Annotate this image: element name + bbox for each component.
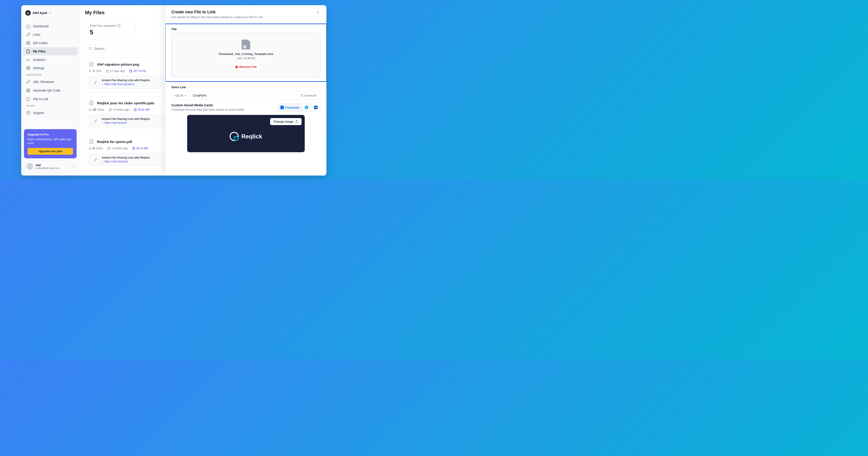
change-image-button[interactable]: Change Image [270, 118, 302, 125]
domain-value: rqk.sh [175, 94, 183, 97]
upgrade-button[interactable]: Upgrade your plan [28, 148, 73, 155]
up-down-icon: ▴▾ [73, 165, 74, 169]
calendar-icon [106, 70, 109, 73]
sidebar-item-label: My Files [33, 50, 45, 53]
file-name: Afef signature picture.png [97, 62, 139, 66]
share-link[interactable]: ↳https://rqk.sh/sport [102, 121, 150, 124]
svg-rect-9 [29, 91, 29, 91]
chevron-down-icon: ▾ [50, 12, 51, 14]
file-field-label: File [172, 27, 320, 31]
sidebar-item-my-files[interactable]: My Files [23, 47, 78, 55]
sidebar-section-other: OTHER [23, 103, 78, 109]
account-name: Afef [35, 164, 71, 167]
file-name: Reqlick for sports.pdf [97, 140, 132, 144]
link-icon [92, 79, 99, 86]
twitter-icon: 𝕏 [305, 106, 308, 109]
brand-name: Reqlick [241, 133, 262, 140]
sidebar-item-links[interactable]: Links [23, 31, 78, 39]
stat-label: Total Files uploaded [90, 24, 116, 27]
link-icon [92, 156, 99, 163]
brand-logo: Reqlick [230, 132, 262, 141]
sidebar-item-support[interactable]: Support [23, 109, 78, 117]
close-icon [316, 10, 320, 15]
svg-point-15 [130, 70, 132, 70]
generate-label: Generate [305, 94, 317, 97]
create-file-link-drawer: Create new File to Link Get started by f… [165, 5, 327, 175]
remove-icon: ✕ [235, 65, 238, 68]
social-preview-card: Change Image Reqlick [187, 115, 305, 152]
sidebar-item-label: URL Shortener [33, 80, 54, 84]
sidebar-item-label: Analytics [33, 58, 46, 61]
svg-point-13 [89, 47, 91, 50]
sidebar-item-label: Links [33, 33, 40, 36]
link-icon [92, 118, 99, 124]
uploaded-file-size: Size: 33.99 KB [176, 57, 315, 60]
shortlink-label: Short Link [171, 85, 320, 89]
file-age: 3 months ago [107, 147, 128, 150]
file-dropzone[interactable]: 🔗 Timecloud_Job_Costing_Template.xlsx Si… [172, 33, 320, 77]
file-clicks: 6Clicks [89, 147, 103, 150]
file-upload-section: File 🔗 Timecloud_Job_Costing_Template.xl… [165, 24, 327, 82]
account-switcher[interactable]: Afef contact@afef-ayed.com ▴▾ [24, 161, 76, 172]
remove-file-button[interactable]: ✕ Remove File [232, 63, 260, 70]
tab-twitter[interactable]: 𝕏 [302, 104, 311, 111]
brand-mark-icon [230, 132, 239, 141]
slug-input[interactable] [190, 91, 296, 99]
svg-rect-6 [27, 89, 28, 90]
svg-point-19 [133, 147, 135, 148]
chevron-down-icon: ▾ [185, 94, 186, 97]
svg-point-5 [28, 68, 29, 69]
link-icon [26, 33, 30, 37]
domain-select[interactable]: rqk.sh ▾ [172, 91, 190, 99]
share-link[interactable]: ↳https://rqk.sh/a-signature [102, 83, 150, 86]
database-icon [132, 147, 135, 150]
svg-rect-4 [29, 44, 30, 45]
svg-rect-16 [109, 109, 112, 111]
share-title: Instant File Sharing Link with Reqlick [102, 79, 150, 82]
svg-point-17 [134, 109, 136, 109]
sidebar-item-file-to-link[interactable]: File to Link [23, 95, 78, 103]
sidebar-item-url-shortener[interactable]: URL Shortener [23, 78, 78, 86]
share-link[interactable]: ↳https://rqk.sh/sports [102, 160, 150, 163]
social-cards-title: Custom Social Media Cards [171, 103, 244, 107]
close-button[interactable] [315, 10, 320, 15]
home-icon [26, 24, 30, 28]
upgrade-title: Upgrade to Pro [28, 133, 73, 136]
tab-facebook[interactable]: f Facebook [278, 104, 302, 111]
generate-button[interactable]: Generate [296, 91, 320, 99]
sidebar-item-settings[interactable]: Settings [23, 64, 78, 72]
remove-file-label: Remove File [239, 65, 257, 68]
database-icon [134, 108, 137, 111]
workspace-dropdown[interactable]: A Afef Ayed ▾ [23, 8, 78, 18]
qr-code-icon [26, 88, 30, 92]
social-cards-desc: Customize how your links look when share… [171, 108, 244, 112]
user-avatar: A [25, 10, 31, 16]
sidebar-section-shortcuts: SHORTCUTS [23, 73, 78, 78]
stat-card-total-files: Total Files uploaded 5 [85, 20, 136, 40]
svg-rect-10 [29, 92, 30, 92]
svg-rect-7 [29, 89, 30, 90]
gear-icon [26, 66, 30, 70]
facebook-icon: f [280, 106, 284, 109]
sidebar-item-analytics[interactable]: Analytics [23, 56, 78, 64]
drawer-title: Create new File to Link [171, 10, 263, 15]
file-name: Reqlick pour les clubs sportifs.pptx [97, 101, 154, 105]
sidebar-item-label: Generate QR Code [33, 89, 60, 92]
document-icon [89, 139, 94, 145]
sidebar-item-qr-codes[interactable]: QR Codes [23, 39, 78, 47]
file-size: 85.19 MB [132, 147, 148, 150]
cursor-icon [89, 108, 92, 111]
account-email: contact@afef-ayed.com [35, 167, 71, 169]
svg-rect-2 [27, 44, 28, 45]
document-icon [89, 100, 94, 106]
sidebar-item-dashboard[interactable]: Dashboard [23, 22, 78, 30]
tab-linkedin[interactable]: in [311, 104, 320, 111]
svg-rect-14 [106, 70, 108, 73]
upgrade-desc: Enjoy unlimited links, QR codes and more… [28, 138, 73, 145]
file-size: 287.78 KB [129, 69, 146, 73]
sidebar-item-generate-qr[interactable]: Generate QR Code [23, 86, 78, 94]
svg-rect-18 [107, 147, 110, 150]
info-icon[interactable] [117, 24, 121, 27]
tab-label: Facebook [285, 106, 299, 109]
file-age: 3 months ago [109, 108, 129, 111]
